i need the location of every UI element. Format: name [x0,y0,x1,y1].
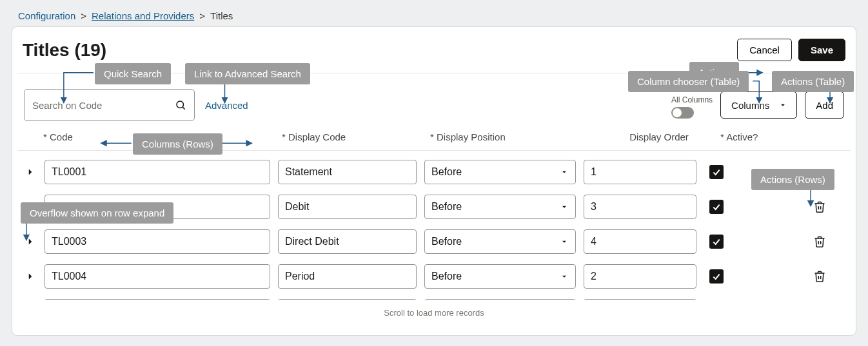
all-columns-block: All Columns [671,95,713,119]
svg-point-0 [177,101,184,108]
save-button[interactable]: Save [798,39,845,61]
all-columns-toggle[interactable] [671,107,694,119]
col-header-display-position: * Display Position [430,131,598,142]
breadcrumb: Configuration > Relations and Providers … [0,0,868,26]
code-input[interactable] [44,299,270,300]
display-code-input[interactable] [278,229,417,254]
toolbar-left: Advanced [24,89,248,121]
code-input[interactable] [44,160,270,184]
table-row: Before [24,195,844,219]
display-position-select[interactable]: Before [424,195,576,219]
expand-row-toggle[interactable] [24,270,37,283]
scroll-message: Scroll to load more records [17,300,851,324]
columns-chooser-label: Columns [731,100,769,111]
svg-line-1 [182,107,184,109]
active-checkbox[interactable] [709,269,724,284]
search-icon[interactable] [175,99,186,111]
search-wrapper [24,89,195,121]
display-code-input[interactable] [278,264,417,289]
page-title: Titles (19) [23,40,106,61]
advanced-search-link[interactable]: Advanced [205,100,248,111]
columns-chooser-button[interactable]: Columns [720,91,797,119]
code-input[interactable] [44,195,270,219]
delete-row-button[interactable] [813,270,826,283]
table-row: Before [24,229,844,254]
display-code-input[interactable] [278,299,417,300]
col-header-display-order: Display Order [598,131,720,142]
breadcrumb-level1[interactable]: Configuration [18,10,75,21]
all-columns-label: All Columns [671,95,713,104]
add-button[interactable]: Add [805,91,844,119]
code-input[interactable] [44,229,270,254]
toggle-knob [673,108,682,117]
display-position-select[interactable]: Before [424,299,576,300]
table-area: * Code * Display Code * Display Position… [17,131,851,324]
display-position-select[interactable]: Before [424,229,576,254]
display-position-select[interactable]: Before [424,264,576,289]
display-order-input[interactable] [584,195,696,219]
display-code-input[interactable] [278,160,417,184]
delete-row-button[interactable] [813,235,826,248]
expand-row-toggle[interactable] [24,166,37,178]
display-code-input[interactable] [278,195,417,219]
col-header-display-code: * Display Code [282,131,430,142]
table-header-row: * Code * Display Code * Display Position… [17,131,851,151]
header-actions: Cancel Save [737,39,845,61]
breadcrumb-level2[interactable]: Relations and Providers [92,10,194,21]
col-header-code: * Code [43,131,282,142]
display-order-input[interactable] [584,264,696,289]
breadcrumb-sep: > [199,10,205,21]
delete-row-button[interactable] [813,200,826,213]
table-row: Before [24,299,844,300]
toolbar: Advanced All Columns Columns Add [17,89,851,131]
breadcrumb-sep: > [81,10,86,21]
chevron-down-icon [778,101,787,110]
main-panel: Titles (19) Cancel Save Advanced All Col… [12,26,856,336]
display-position-select[interactable]: Before [424,160,576,184]
toolbar-right: All Columns Columns Add [671,91,844,119]
table-row: Before [24,264,844,289]
display-order-input[interactable] [584,299,696,300]
display-order-input[interactable] [584,229,696,254]
expand-row-toggle[interactable] [24,235,37,248]
table-body: BeforeBeforeBeforeBeforeBefore [17,160,851,300]
table-row: Before [24,160,844,184]
active-checkbox[interactable] [709,200,724,214]
display-order-input[interactable] [584,160,696,184]
code-input[interactable] [44,264,270,289]
cancel-button[interactable]: Cancel [737,39,792,61]
active-checkbox[interactable] [709,235,724,249]
col-header-active: * Active? [720,131,785,142]
panel-header: Titles (19) Cancel Save [17,36,851,73]
breadcrumb-current: Titles [210,10,233,21]
search-input[interactable] [32,100,175,111]
active-checkbox[interactable] [709,165,724,179]
